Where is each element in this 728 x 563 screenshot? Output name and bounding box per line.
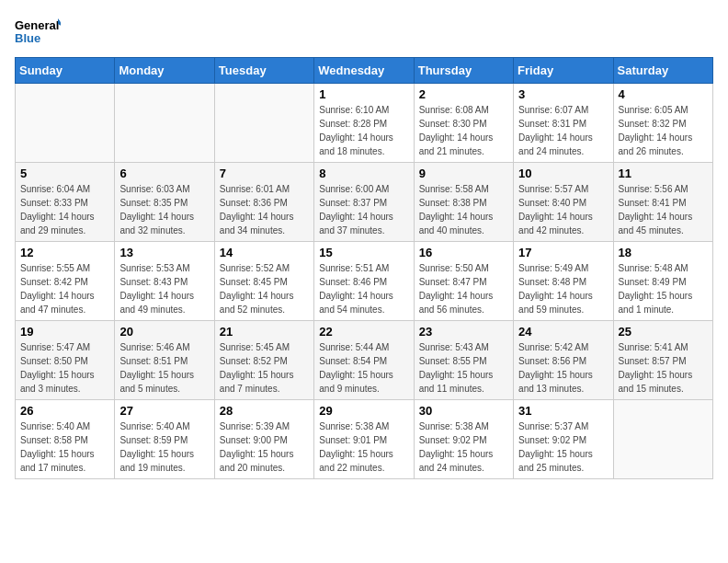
calendar-cell: 26Sunrise: 5:40 AM Sunset: 8:58 PM Dayli… bbox=[16, 400, 115, 479]
day-number: 21 bbox=[220, 325, 309, 339]
weekday-header-tuesday: Tuesday bbox=[214, 58, 313, 84]
calendar-cell: 9Sunrise: 5:58 AM Sunset: 8:38 PM Daylig… bbox=[414, 163, 513, 242]
day-info: Sunrise: 5:37 AM Sunset: 9:02 PM Dayligh… bbox=[518, 419, 608, 475]
calendar-cell: 20Sunrise: 5:46 AM Sunset: 8:51 PM Dayli… bbox=[115, 321, 214, 400]
calendar-cell: 15Sunrise: 5:51 AM Sunset: 8:46 PM Dayli… bbox=[314, 242, 414, 321]
calendar-cell: 17Sunrise: 5:49 AM Sunset: 8:48 PM Dayli… bbox=[514, 242, 613, 321]
weekday-header-thursday: Thursday bbox=[414, 58, 513, 84]
calendar-cell bbox=[115, 84, 214, 163]
day-info: Sunrise: 5:38 AM Sunset: 9:01 PM Dayligh… bbox=[319, 419, 408, 475]
weekday-header-sunday: Sunday bbox=[16, 58, 115, 84]
calendar-cell: 2Sunrise: 6:08 AM Sunset: 8:30 PM Daylig… bbox=[414, 84, 513, 163]
day-info: Sunrise: 5:56 AM Sunset: 8:41 PM Dayligh… bbox=[619, 182, 708, 237]
day-info: Sunrise: 5:45 AM Sunset: 8:52 PM Dayligh… bbox=[220, 340, 309, 396]
day-info: Sunrise: 5:48 AM Sunset: 8:49 PM Dayligh… bbox=[619, 261, 708, 316]
weekday-header-monday: Monday bbox=[115, 58, 214, 84]
day-number: 3 bbox=[518, 87, 608, 101]
day-info: Sunrise: 5:47 AM Sunset: 8:50 PM Dayligh… bbox=[20, 340, 109, 396]
calendar-cell: 7Sunrise: 6:01 AM Sunset: 8:36 PM Daylig… bbox=[214, 163, 313, 242]
day-number: 24 bbox=[518, 325, 608, 339]
calendar-cell: 23Sunrise: 5:43 AM Sunset: 8:55 PM Dayli… bbox=[414, 321, 513, 400]
day-info: Sunrise: 5:57 AM Sunset: 8:40 PM Dayligh… bbox=[518, 182, 608, 237]
calendar-cell: 19Sunrise: 5:47 AM Sunset: 8:50 PM Dayli… bbox=[16, 321, 115, 400]
day-number: 1 bbox=[319, 87, 408, 101]
day-info: Sunrise: 5:41 AM Sunset: 8:57 PM Dayligh… bbox=[619, 340, 708, 396]
page-header: General Blue bbox=[15, 15, 713, 48]
day-number: 16 bbox=[419, 246, 508, 259]
calendar-cell: 14Sunrise: 5:52 AM Sunset: 8:45 PM Dayli… bbox=[214, 242, 313, 321]
day-number: 2 bbox=[419, 87, 508, 101]
day-number: 18 bbox=[619, 246, 708, 259]
calendar-cell: 4Sunrise: 6:05 AM Sunset: 8:32 PM Daylig… bbox=[613, 84, 712, 163]
calendar-cell bbox=[214, 84, 313, 163]
calendar-cell: 25Sunrise: 5:41 AM Sunset: 8:57 PM Dayli… bbox=[613, 321, 712, 400]
svg-text:General: General bbox=[15, 18, 59, 32]
calendar-cell: 11Sunrise: 5:56 AM Sunset: 8:41 PM Dayli… bbox=[613, 163, 712, 242]
calendar-table: SundayMondayTuesdayWednesdayThursdayFrid… bbox=[15, 57, 713, 479]
calendar-cell: 3Sunrise: 6:07 AM Sunset: 8:31 PM Daylig… bbox=[514, 84, 613, 163]
calendar-week-4: 19Sunrise: 5:47 AM Sunset: 8:50 PM Dayli… bbox=[16, 321, 713, 400]
day-number: 30 bbox=[419, 404, 508, 418]
day-number: 12 bbox=[20, 246, 109, 259]
day-number: 6 bbox=[119, 167, 209, 180]
calendar-week-2: 5Sunrise: 6:04 AM Sunset: 8:33 PM Daylig… bbox=[16, 163, 713, 242]
day-info: Sunrise: 6:08 AM Sunset: 8:30 PM Dayligh… bbox=[419, 103, 508, 158]
day-number: 20 bbox=[119, 325, 209, 339]
day-number: 25 bbox=[619, 325, 708, 339]
day-info: Sunrise: 5:44 AM Sunset: 8:54 PM Dayligh… bbox=[319, 340, 408, 396]
day-number: 19 bbox=[20, 325, 109, 339]
svg-text:Blue: Blue bbox=[15, 31, 40, 45]
day-info: Sunrise: 5:51 AM Sunset: 8:46 PM Dayligh… bbox=[319, 261, 408, 316]
calendar-cell: 6Sunrise: 6:03 AM Sunset: 8:35 PM Daylig… bbox=[115, 163, 214, 242]
calendar-cell: 28Sunrise: 5:39 AM Sunset: 9:00 PM Dayli… bbox=[214, 400, 313, 479]
calendar-cell: 13Sunrise: 5:53 AM Sunset: 8:43 PM Dayli… bbox=[115, 242, 214, 321]
logo-svg: General Blue bbox=[15, 15, 61, 48]
day-info: Sunrise: 6:00 AM Sunset: 8:37 PM Dayligh… bbox=[319, 182, 408, 237]
day-number: 31 bbox=[518, 404, 608, 418]
calendar-cell: 12Sunrise: 5:55 AM Sunset: 8:42 PM Dayli… bbox=[16, 242, 115, 321]
day-number: 4 bbox=[619, 87, 708, 101]
day-info: Sunrise: 5:50 AM Sunset: 8:47 PM Dayligh… bbox=[419, 261, 508, 316]
day-info: Sunrise: 5:38 AM Sunset: 9:02 PM Dayligh… bbox=[419, 419, 508, 475]
day-info: Sunrise: 5:39 AM Sunset: 9:00 PM Dayligh… bbox=[220, 419, 309, 475]
day-number: 7 bbox=[220, 167, 309, 180]
calendar-cell: 1Sunrise: 6:10 AM Sunset: 8:28 PM Daylig… bbox=[314, 84, 414, 163]
calendar-cell: 21Sunrise: 5:45 AM Sunset: 8:52 PM Dayli… bbox=[214, 321, 313, 400]
weekday-header-friday: Friday bbox=[514, 58, 613, 84]
day-info: Sunrise: 5:42 AM Sunset: 8:56 PM Dayligh… bbox=[518, 340, 608, 396]
day-number: 13 bbox=[119, 246, 209, 259]
calendar-cell: 22Sunrise: 5:44 AM Sunset: 8:54 PM Dayli… bbox=[314, 321, 414, 400]
weekday-header-row: SundayMondayTuesdayWednesdayThursdayFrid… bbox=[16, 58, 713, 84]
calendar-week-5: 26Sunrise: 5:40 AM Sunset: 8:58 PM Dayli… bbox=[16, 400, 713, 479]
day-number: 28 bbox=[220, 404, 309, 418]
day-number: 26 bbox=[20, 404, 109, 418]
day-number: 5 bbox=[20, 167, 109, 180]
day-number: 17 bbox=[518, 246, 608, 259]
day-number: 11 bbox=[619, 167, 708, 180]
calendar-week-1: 1Sunrise: 6:10 AM Sunset: 8:28 PM Daylig… bbox=[16, 84, 713, 163]
day-number: 8 bbox=[319, 167, 408, 180]
calendar-cell: 29Sunrise: 5:38 AM Sunset: 9:01 PM Dayli… bbox=[314, 400, 414, 479]
calendar-cell: 30Sunrise: 5:38 AM Sunset: 9:02 PM Dayli… bbox=[414, 400, 513, 479]
day-info: Sunrise: 6:04 AM Sunset: 8:33 PM Dayligh… bbox=[20, 182, 109, 237]
day-info: Sunrise: 6:05 AM Sunset: 8:32 PM Dayligh… bbox=[619, 103, 708, 158]
day-info: Sunrise: 6:07 AM Sunset: 8:31 PM Dayligh… bbox=[518, 103, 608, 158]
weekday-header-wednesday: Wednesday bbox=[314, 58, 414, 84]
calendar-week-3: 12Sunrise: 5:55 AM Sunset: 8:42 PM Dayli… bbox=[16, 242, 713, 321]
calendar-cell: 24Sunrise: 5:42 AM Sunset: 8:56 PM Dayli… bbox=[514, 321, 613, 400]
weekday-header-saturday: Saturday bbox=[613, 58, 712, 84]
day-number: 22 bbox=[319, 325, 408, 339]
day-info: Sunrise: 5:46 AM Sunset: 8:51 PM Dayligh… bbox=[119, 340, 209, 396]
day-info: Sunrise: 5:52 AM Sunset: 8:45 PM Dayligh… bbox=[220, 261, 309, 316]
day-info: Sunrise: 5:53 AM Sunset: 8:43 PM Dayligh… bbox=[119, 261, 209, 316]
calendar-body: 1Sunrise: 6:10 AM Sunset: 8:28 PM Daylig… bbox=[16, 84, 713, 479]
day-number: 15 bbox=[319, 246, 408, 259]
day-info: Sunrise: 5:43 AM Sunset: 8:55 PM Dayligh… bbox=[419, 340, 508, 396]
day-info: Sunrise: 6:01 AM Sunset: 8:36 PM Dayligh… bbox=[220, 182, 309, 237]
day-number: 10 bbox=[518, 167, 608, 180]
calendar-cell: 31Sunrise: 5:37 AM Sunset: 9:02 PM Dayli… bbox=[514, 400, 613, 479]
day-info: Sunrise: 5:55 AM Sunset: 8:42 PM Dayligh… bbox=[20, 261, 109, 316]
day-info: Sunrise: 5:40 AM Sunset: 8:58 PM Dayligh… bbox=[20, 419, 109, 475]
calendar-cell bbox=[613, 400, 712, 479]
calendar-cell: 27Sunrise: 5:40 AM Sunset: 8:59 PM Dayli… bbox=[115, 400, 214, 479]
